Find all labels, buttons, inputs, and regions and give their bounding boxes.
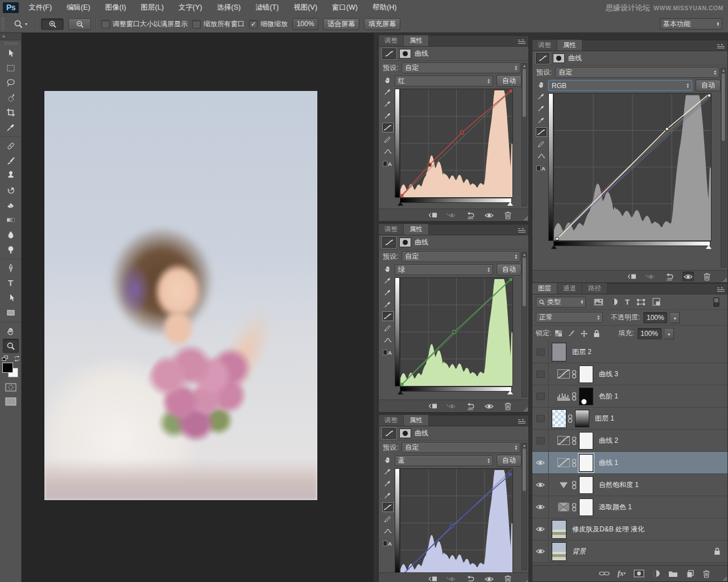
white-point-eyedropper-icon[interactable] — [536, 116, 547, 124]
delete-adjustment-button[interactable] — [502, 210, 514, 220]
tab-properties[interactable]: 属性 — [404, 224, 429, 235]
smooth-curve-icon[interactable] — [383, 147, 393, 156]
reset-button[interactable] — [664, 272, 675, 281]
rectangular-marquee-tool[interactable] — [3, 61, 19, 75]
delete-adjustment-button[interactable] — [502, 574, 514, 582]
zoom-out-button[interactable] — [68, 18, 91, 30]
view-previous-state-button[interactable] — [446, 401, 457, 411]
layer-row-10[interactable]: 背景 — [532, 541, 727, 563]
layer-row-6[interactable]: 曲线 1 — [532, 452, 727, 474]
menu-item-6[interactable]: 选择(S) — [210, 0, 249, 15]
visibility-eye-icon[interactable] — [532, 496, 549, 518]
visibility-toggle-empty[interactable] — [532, 385, 549, 407]
visibility-toggle-empty[interactable] — [532, 408, 549, 429]
tab-properties[interactable]: 属性 — [404, 415, 429, 426]
black-point-eyedropper-icon[interactable] — [383, 467, 393, 476]
preset-dropdown[interactable]: 自定 — [402, 251, 520, 262]
layer-name[interactable]: 修皮肤及D&B 处理 液化 — [572, 525, 644, 534]
layer-thumbnail[interactable] — [552, 343, 566, 361]
swap-colors-icon[interactable] — [14, 355, 20, 362]
tab-layers[interactable]: 图层 — [532, 283, 557, 294]
layer-thumbnail[interactable] — [552, 409, 566, 428]
targeted-adjustment-icon[interactable] — [383, 264, 393, 273]
auto-button[interactable]: 自动 — [696, 80, 721, 92]
layer-thumbnail[interactable] — [552, 520, 566, 539]
panel-scrollbar[interactable]: ▲ — [522, 63, 527, 206]
channel-dropdown[interactable]: 蓝 — [395, 455, 493, 466]
filter-smart-objects-icon[interactable] — [652, 298, 660, 306]
fill-screen-button[interactable]: 填充屏幕 — [364, 18, 400, 30]
channel-dropdown[interactable]: RGB — [548, 80, 692, 91]
lock-transparency-icon[interactable] — [555, 330, 562, 337]
layer-name[interactable]: 图层 2 — [572, 347, 592, 357]
edit-points-icon[interactable] — [383, 503, 393, 512]
delete-layer-button[interactable] — [702, 569, 710, 578]
visibility-toggle-empty[interactable] — [532, 341, 549, 363]
layer-mask-thumbnail[interactable] — [579, 388, 593, 405]
toolbar-grip[interactable] — [5, 42, 17, 45]
layer-mask-thumbnail[interactable] — [579, 365, 593, 383]
layer-name[interactable]: 图层 1 — [595, 414, 614, 423]
resize-windows-checkbox[interactable] — [101, 20, 110, 28]
targeted-adjustment-icon[interactable] — [383, 455, 393, 464]
resize-windows-option[interactable]: 调整窗口大小以满屏显示 — [101, 19, 188, 29]
view-previous-state-button[interactable] — [446, 210, 457, 220]
panel-menu-icon[interactable] — [717, 44, 725, 49]
delete-adjustment-button[interactable] — [502, 401, 514, 411]
reset-button[interactable] — [465, 574, 476, 582]
tab-properties[interactable]: 属性 — [557, 40, 582, 51]
view-previous-state-button[interactable] — [645, 272, 656, 281]
draw-curve-icon[interactable] — [536, 140, 547, 148]
menu-item-1[interactable]: 文件(F) — [21, 0, 59, 15]
menu-item-8[interactable]: 视图(V) — [286, 0, 325, 15]
layer-row-3[interactable]: 色阶 1 — [532, 385, 727, 408]
draw-curve-icon[interactable] — [383, 135, 393, 144]
layer-mask-icon[interactable] — [399, 49, 411, 59]
options-bar-grip[interactable] — [1, 18, 5, 30]
panel-menu-icon[interactable] — [717, 287, 725, 292]
new-layer-button[interactable] — [686, 569, 694, 578]
menu-item-4[interactable]: 图层(L) — [134, 0, 171, 15]
menu-item-3[interactable]: 图像(I) — [98, 0, 134, 15]
show-clipping-icon[interactable]: A — [383, 348, 393, 356]
layer-name[interactable]: 背景 — [572, 547, 586, 556]
zoom-in-button[interactable] — [41, 18, 64, 30]
path-selection-tool[interactable] — [3, 290, 19, 305]
layer-row-2[interactable]: 曲线 3 — [532, 363, 727, 385]
edit-points-icon[interactable] — [383, 123, 393, 132]
screen-mode-button[interactable] — [3, 394, 19, 409]
clip-to-layer-button[interactable] — [626, 272, 638, 281]
visibility-toggle-empty[interactable] — [532, 430, 549, 451]
white-point-eyedropper-icon[interactable] — [383, 491, 393, 500]
fill-value[interactable]: 100% — [638, 328, 661, 339]
eraser-tool[interactable] — [3, 198, 19, 212]
layer-row-5[interactable]: 曲线 2 — [532, 430, 727, 452]
type-tool[interactable]: T — [3, 276, 19, 290]
edit-points-icon[interactable] — [536, 128, 547, 136]
curve-plot[interactable] — [548, 93, 721, 250]
blend-mode-dropdown[interactable]: 正常 — [536, 312, 603, 323]
layer-name[interactable]: 自然饱和度 1 — [599, 480, 639, 490]
visibility-button[interactable] — [483, 574, 495, 582]
layer-mask-thumbnail[interactable] — [579, 498, 593, 516]
gradient-tool[interactable] — [3, 213, 19, 227]
edit-points-icon[interactable] — [383, 312, 393, 321]
panel-scrollbar[interactable]: ▲ — [522, 252, 527, 397]
menu-item-9[interactable]: 窗口(W) — [325, 0, 365, 15]
panel-menu-icon[interactable] — [518, 228, 526, 233]
collapse-toolbar-button[interactable]: » — [0, 33, 21, 40]
layer-name[interactable]: 色阶 1 — [599, 392, 618, 401]
tab-properties[interactable]: 属性 — [404, 35, 429, 46]
curve-plot[interactable] — [395, 468, 522, 582]
curve-plot[interactable] — [395, 89, 522, 206]
visibility-button[interactable] — [483, 401, 495, 411]
white-point-slider[interactable] — [507, 202, 513, 206]
white-point-eyedropper-icon[interactable] — [383, 300, 393, 309]
fit-screen-button[interactable]: 适合屏幕 — [323, 18, 359, 30]
scrubby-zoom-option[interactable]: ✓ 细微缩放 — [249, 19, 288, 29]
panel-menu-icon[interactable] — [518, 419, 526, 424]
preset-dropdown[interactable]: 自定 — [555, 67, 719, 78]
default-colors-icon[interactable] — [2, 355, 10, 362]
black-point-eyedropper-icon[interactable] — [383, 88, 393, 96]
filter-pixel-layers-icon[interactable] — [594, 298, 603, 306]
